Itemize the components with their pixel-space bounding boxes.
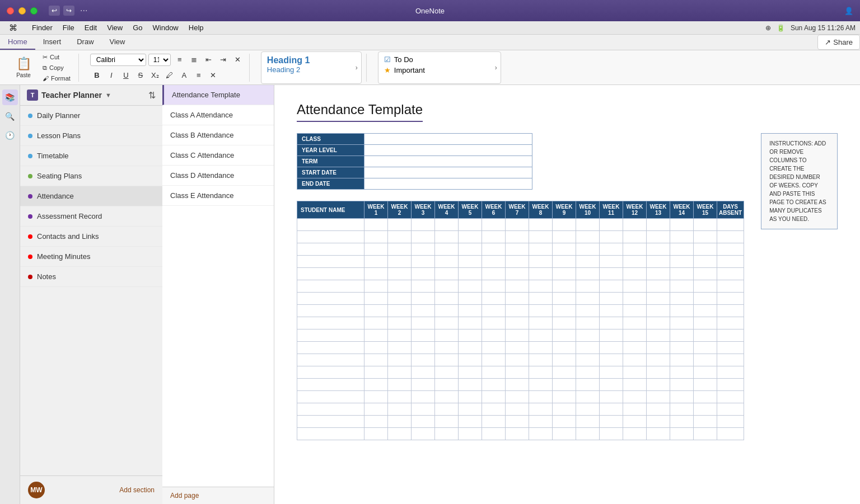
share-button[interactable]: ↗ Share [817, 35, 860, 50]
week-cell[interactable] [435, 231, 459, 243]
week-cell[interactable] [600, 280, 623, 293]
week-cell[interactable] [529, 231, 553, 243]
week-cell[interactable] [364, 231, 388, 243]
week-cell[interactable] [412, 366, 435, 379]
week-cell[interactable] [670, 428, 694, 440]
week-cell[interactable] [529, 416, 553, 428]
week-cell[interactable] [482, 354, 506, 366]
week-cell[interactable] [670, 219, 694, 231]
week-cell[interactable] [364, 329, 388, 342]
week-cell[interactable] [482, 256, 506, 268]
tab-home[interactable]: Home [0, 35, 35, 50]
week-cell[interactable] [600, 428, 623, 440]
days-absent-cell[interactable] [717, 219, 744, 231]
week-cell[interactable] [553, 268, 576, 280]
week-cell[interactable] [482, 243, 506, 256]
week-cell[interactable] [459, 317, 482, 329]
week-cell[interactable] [388, 219, 412, 231]
close-button-ribbon[interactable]: ✕ [207, 69, 220, 82]
bold-button[interactable]: B [90, 69, 104, 82]
week-cell[interactable] [435, 268, 459, 280]
week-cell[interactable] [364, 416, 388, 428]
week-cell[interactable] [412, 219, 435, 231]
week-cell[interactable] [364, 280, 388, 293]
week-cell[interactable] [576, 243, 600, 256]
week-cell[interactable] [412, 428, 435, 440]
student-name-cell[interactable] [297, 403, 364, 416]
week-cell[interactable] [553, 231, 576, 243]
week-cell[interactable] [670, 379, 694, 391]
week-cell[interactable] [553, 403, 576, 416]
week-cell[interactable] [506, 416, 529, 428]
apple-menu[interactable]: ⌘ [4, 22, 22, 34]
student-name-cell[interactable] [297, 379, 364, 391]
week-cell[interactable] [506, 256, 529, 268]
week-cell[interactable] [670, 342, 694, 354]
week-cell[interactable] [553, 219, 576, 231]
week-cell[interactable] [435, 391, 459, 403]
week-cell[interactable] [459, 219, 482, 231]
week-cell[interactable] [647, 256, 670, 268]
week-cell[interactable] [506, 280, 529, 293]
student-name-cell[interactable] [297, 342, 364, 354]
week-cell[interactable] [364, 379, 388, 391]
week-cell[interactable] [694, 416, 717, 428]
week-cell[interactable] [482, 305, 506, 317]
page-class-a[interactable]: Class A Attendance [162, 105, 274, 125]
week-cell[interactable] [647, 231, 670, 243]
week-cell[interactable] [529, 256, 553, 268]
week-cell[interactable] [623, 428, 647, 440]
week-cell[interactable] [529, 293, 553, 305]
week-cell[interactable] [623, 416, 647, 428]
week-cell[interactable] [529, 379, 553, 391]
week-cell[interactable] [435, 428, 459, 440]
student-name-cell[interactable] [297, 280, 364, 293]
week-cell[interactable] [694, 219, 717, 231]
page-class-b[interactable]: Class B Attendance [162, 125, 274, 145]
week-cell[interactable] [670, 391, 694, 403]
week-cell[interactable] [647, 317, 670, 329]
week-cell[interactable] [623, 366, 647, 379]
week-cell[interactable] [623, 231, 647, 243]
week-cell[interactable] [506, 293, 529, 305]
week-cell[interactable] [647, 379, 670, 391]
week-cell[interactable] [694, 329, 717, 342]
week-cell[interactable] [412, 231, 435, 243]
week-cell[interactable] [670, 243, 694, 256]
week-cell[interactable] [694, 403, 717, 416]
week-cell[interactable] [553, 354, 576, 366]
week-cell[interactable] [459, 280, 482, 293]
week-cell[interactable] [529, 391, 553, 403]
week-cell[interactable] [435, 366, 459, 379]
section-assessment-record[interactable]: Assessment Record [20, 206, 162, 227]
week-cell[interactable] [623, 256, 647, 268]
bullets-button[interactable]: ≡ [173, 53, 186, 67]
week-cell[interactable] [435, 379, 459, 391]
paste-button[interactable]: 📋 Paste [10, 54, 37, 81]
edit-menu[interactable]: Edit [80, 22, 101, 33]
week-cell[interactable] [694, 379, 717, 391]
student-name-cell[interactable] [297, 354, 364, 366]
section-timetable[interactable]: Timetable [20, 146, 162, 166]
week-cell[interactable] [576, 305, 600, 317]
days-absent-cell[interactable] [717, 379, 744, 391]
week-cell[interactable] [482, 366, 506, 379]
week-cell[interactable] [482, 231, 506, 243]
strikethrough-button[interactable]: S [134, 69, 147, 82]
minimize-button[interactable] [18, 7, 26, 15]
heading1-style[interactable]: Heading 1 Heading 2 › [261, 51, 362, 84]
week-cell[interactable] [435, 317, 459, 329]
days-absent-cell[interactable] [717, 280, 744, 293]
week-cell[interactable] [600, 231, 623, 243]
week-cell[interactable] [412, 293, 435, 305]
week-cell[interactable] [482, 379, 506, 391]
days-absent-cell[interactable] [717, 256, 744, 268]
week-cell[interactable] [459, 342, 482, 354]
week-cell[interactable] [364, 305, 388, 317]
student-name-cell[interactable] [297, 416, 364, 428]
week-cell[interactable] [529, 403, 553, 416]
help-menu[interactable]: Help [184, 22, 208, 33]
week-cell[interactable] [600, 416, 623, 428]
week-cell[interactable] [647, 403, 670, 416]
week-cell[interactable] [388, 379, 412, 391]
